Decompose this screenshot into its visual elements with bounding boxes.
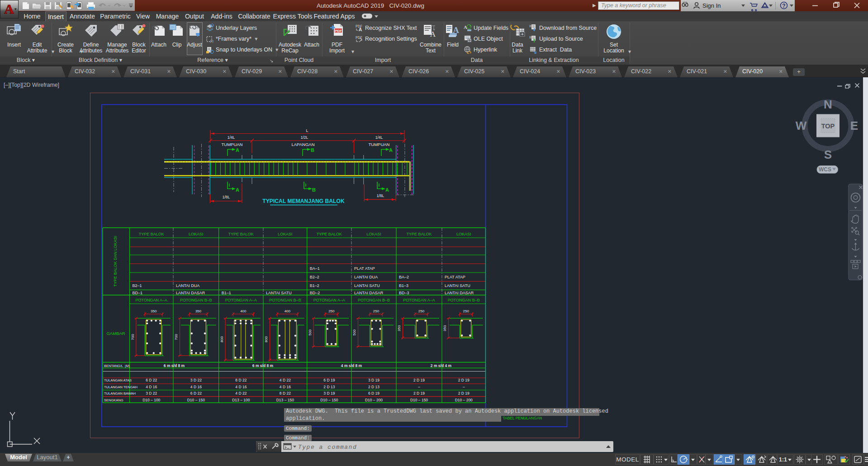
svg-text:4 D 22: 4 D 22: [280, 378, 291, 382]
svg-text:250: 250: [418, 309, 425, 313]
svg-text:POTONGAN A–A: POTONGAN A–A: [225, 298, 257, 302]
svg-text:D10 – 200: D10 – 200: [455, 398, 473, 402]
svg-text:POTONGAN B–B: POTONGAN B–B: [269, 298, 301, 302]
svg-text:A: A: [430, 30, 436, 38]
svg-text:D13 – 100: D13 – 100: [232, 398, 250, 402]
svg-text:8 D 22: 8 D 22: [280, 391, 291, 395]
svg-text:LANTAI SATU: LANTAI SATU: [445, 283, 470, 288]
svg-text:B1–1: B1–1: [222, 291, 231, 295]
svg-text:4 D 16: 4 D 16: [235, 385, 247, 389]
svg-text:POTONGAN B–B: POTONGAN B–B: [180, 298, 212, 302]
svg-text:B1–2: B1–2: [310, 283, 319, 288]
svg-text:2 D 19: 2 D 19: [458, 391, 470, 395]
svg-text:800: 800: [265, 336, 269, 342]
svg-text:BD–3: BD–3: [399, 291, 409, 295]
svg-text:N: N: [824, 98, 832, 111]
svg-text:4 D 16: 4 D 16: [146, 385, 157, 389]
svg-text:SENGKANG: SENGKANG: [104, 398, 123, 402]
svg-text:1/2L: 1/2L: [301, 135, 308, 140]
svg-text:BA–1: BA–1: [310, 266, 320, 271]
svg-text:A: A: [385, 187, 389, 193]
svg-text:LOKASI: LOKASI: [456, 232, 471, 236]
svg-text:L: L: [306, 128, 308, 133]
svg-text:700: 700: [175, 334, 179, 340]
svg-text:POTONGAN B–B: POTONGAN B–B: [448, 298, 480, 302]
svg-text:LANTAI DASAR: LANTAI DASAR: [445, 291, 474, 295]
svg-text:B2–2: B2–2: [310, 275, 319, 279]
svg-text:GAMBAR: GAMBAR: [106, 331, 125, 336]
svg-text:POTONGAN A–A: POTONGAN A–A: [313, 298, 345, 302]
svg-text:1/4L: 1/4L: [228, 135, 235, 140]
svg-text:TYPICAL MEMANJANG BALOK: TYPICAL MEMANJANG BALOK: [262, 198, 345, 204]
svg-text:6 D 22: 6 D 22: [146, 378, 157, 382]
svg-text:B2–1: B2–1: [133, 283, 142, 288]
svg-text:LANTAI DASAR: LANTAI DASAR: [176, 291, 205, 295]
svg-text:3 D 19: 3 D 19: [368, 378, 379, 382]
svg-text:350: 350: [195, 309, 202, 313]
svg-text:500: 500: [353, 329, 357, 335]
svg-text:6 D 19: 6 D 19: [368, 391, 379, 395]
svg-text:3 D 22: 3 D 22: [146, 391, 157, 395]
svg-text:4 D 16: 4 D 16: [280, 385, 291, 389]
svg-text:[–][Top][2D Wireframe]: [–][Top][2D Wireframe]: [4, 82, 59, 88]
svg-text:350: 350: [443, 325, 447, 331]
svg-text:E: E: [850, 119, 858, 132]
svg-text:2 D 19: 2 D 19: [413, 378, 425, 382]
svg-text:TOP: TOP: [821, 122, 835, 130]
svg-text:BA–2: BA–2: [399, 275, 409, 279]
svg-text:BD–1: BD–1: [133, 291, 143, 295]
svg-text:TUMPUAN: TUMPUAN: [222, 142, 243, 147]
svg-text:2 D 19: 2 D 19: [458, 378, 470, 382]
svg-text:D10 – 100: D10 – 100: [142, 398, 160, 402]
svg-text:(r): (r): [210, 39, 213, 43]
svg-text:LANTAI DUA: LANTAI DUA: [176, 283, 199, 288]
svg-text:A: A: [4, 1, 14, 16]
svg-text:1/8L: 1/8L: [223, 195, 230, 199]
svg-text:Type a command: Type a command: [298, 444, 357, 451]
svg-text:–: –: [463, 385, 465, 389]
svg-text:2 m s/d 4 m: 2 m s/d 4 m: [431, 363, 452, 368]
svg-text:D10 – 150: D10 – 150: [320, 398, 338, 402]
svg-text:D10 – 150: D10 – 150: [187, 398, 205, 402]
svg-text:4 D 16: 4 D 16: [190, 385, 202, 389]
svg-text:W: W: [796, 119, 807, 132]
svg-text:TUMPUAN: TUMPUAN: [369, 142, 390, 147]
svg-text:8: 8: [529, 35, 531, 39]
svg-text:A: A: [464, 24, 467, 30]
svg-text:TYPE BALOK: TYPE BALOK: [139, 232, 164, 236]
svg-text:TULANGAN ATAS: TULANGAN ATAS: [104, 378, 132, 382]
svg-text:250: 250: [328, 309, 335, 313]
svg-text:A: A: [236, 147, 239, 153]
svg-text:500: 500: [308, 329, 312, 335]
svg-text:2 D 13: 2 D 13: [368, 385, 379, 389]
svg-text:LANTAI DUA: LANTAI DUA: [354, 275, 378, 279]
svg-text:A: A: [389, 147, 393, 153]
svg-text:BD–2: BD–2: [310, 291, 320, 295]
svg-text:A: A: [236, 187, 239, 193]
svg-text:4 D 22: 4 D 22: [235, 391, 247, 395]
svg-text:8: 8: [529, 24, 531, 28]
svg-text:LANTAI SATU: LANTAI SATU: [354, 283, 380, 288]
svg-text:1/4L: 1/4L: [375, 135, 383, 140]
svg-text:BENTANG/L (M): BENTANG/L (M): [104, 364, 130, 368]
svg-text:D13 – 150: D13 – 150: [276, 398, 294, 402]
svg-text:POTONGAN B–B: POTONGAN B–B: [358, 298, 390, 302]
svg-text:PLAT ATAP: PLAT ATAP: [445, 275, 465, 279]
svg-text:–: –: [418, 385, 420, 389]
svg-text:LOKASI: LOKASI: [278, 232, 293, 236]
svg-text:6 m s/d 8 m: 6 m s/d 8 m: [164, 363, 185, 368]
svg-text:400: 400: [285, 309, 291, 313]
svg-text:LOKASI: LOKASI: [366, 232, 381, 236]
svg-text:PLAT ATAP: PLAT ATAP: [354, 266, 375, 271]
svg-text:?: ?: [782, 3, 785, 9]
svg-text:B: B: [312, 187, 316, 193]
svg-text:LAPANGAN: LAPANGAN: [291, 142, 314, 147]
svg-text:POTONGAN A–A: POTONGAN A–A: [403, 298, 435, 302]
svg-text:6 D 19: 6 D 19: [323, 378, 335, 382]
svg-text:POTONGAN A–A: POTONGAN A–A: [136, 298, 167, 302]
svg-text:B1–3: B1–3: [399, 283, 408, 288]
svg-text:1/8L: 1/8L: [377, 193, 384, 198]
svg-text:4 m s/d 8 m: 4 m s/d 8 m: [341, 363, 362, 368]
svg-text:250: 250: [463, 309, 470, 313]
svg-text:PDF: PDF: [335, 29, 342, 33]
